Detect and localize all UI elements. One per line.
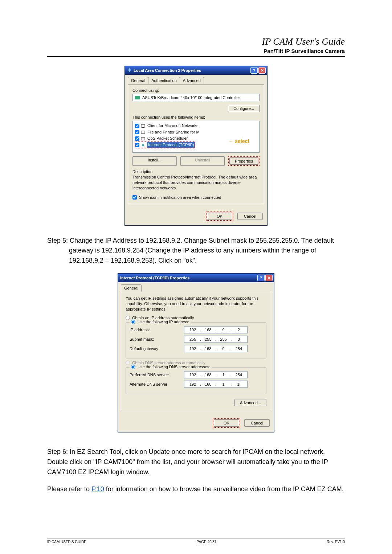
help-button[interactable]: ? <box>250 67 258 74</box>
close-button[interactable]: ✕ <box>258 67 266 74</box>
cancel-button[interactable]: Cancel <box>244 419 270 427</box>
help-button[interactable]: ? <box>257 275 265 281</box>
footer-right: Rev. PV1.0 <box>327 540 345 544</box>
alternate-dns-input[interactable]: 192.168.1.1| <box>184 381 248 388</box>
show-icon-checkbox[interactable] <box>132 195 137 200</box>
install-button[interactable]: Install... <box>132 156 177 166</box>
footer-center: PAGE 49/57 <box>197 540 217 544</box>
doc-subtitle: Pan/Tilt IP Surveillance Camera <box>47 48 345 54</box>
radio-static-ip[interactable] <box>131 320 135 324</box>
info-blurb: You can get IP settings assigned automat… <box>126 296 266 312</box>
description-text: Transmission Control Protocol/Internet P… <box>132 175 260 191</box>
svg-rect-2 <box>141 131 145 134</box>
svg-rect-0 <box>141 124 145 127</box>
tcpip-properties-dialog: Internet Protocol (TCP/IP) Properties ? … <box>118 273 274 432</box>
pdns-label: Preferred DNS server: <box>130 373 184 377</box>
radio-auto-dns <box>126 361 130 365</box>
adns-label: Alternate DNS server: <box>130 382 184 386</box>
tab-authentication[interactable]: Authentication <box>148 77 180 84</box>
item-client[interactable]: Client for Microsoft Networks <box>135 123 257 129</box>
preferred-dns-input[interactable]: 192.168.1.254 <box>184 371 248 378</box>
radio-static-dns[interactable] <box>131 365 135 369</box>
titlebar: Local Area Connection 2 Properties ? ✕ <box>125 66 267 75</box>
item-qos[interactable]: QoS Packet Scheduler <box>135 135 257 142</box>
advanced-button[interactable]: Advanced... <box>234 399 266 406</box>
ok-button[interactable]: OK <box>214 419 239 427</box>
description-label: Description <box>132 169 260 174</box>
close-button[interactable]: ✕ <box>265 275 273 281</box>
p10-link[interactable]: P.10 <box>91 485 104 493</box>
svg-rect-3 <box>141 138 145 140</box>
show-icon-label: Show icon in notification area when conn… <box>139 195 221 200</box>
step5-text: Step 5: Change the IP Address to 192.168… <box>47 236 345 266</box>
tcpip-icon <box>141 143 146 147</box>
doc-title: IP CAM User's Guide <box>47 36 345 47</box>
item-file-sharing[interactable]: File and Printer Sharing for M <box>135 129 257 136</box>
reference-text: Please refer to P.10 for information on … <box>47 484 345 495</box>
svg-rect-1 <box>142 127 144 128</box>
radio-auto-ip[interactable] <box>126 316 130 320</box>
network-icon <box>127 67 132 74</box>
titlebar: Internet Protocol (TCP/IP) Properties ? … <box>118 274 274 282</box>
dialog-title: Internet Protocol (TCP/IP) Properties <box>120 276 257 280</box>
adapter-field: ASUSTeK/Broadcom 440x 10/100 Integrated … <box>132 94 260 101</box>
share-icon <box>141 130 146 134</box>
ok-button[interactable]: OK <box>207 213 232 220</box>
page-footer: IP CAM USER'S GUIDE PAGE 49/57 Rev. PV1.… <box>47 538 345 544</box>
ip-address-input[interactable]: 192.168.9.2 <box>184 326 248 333</box>
lan-properties-dialog: Local Area Connection 2 Properties ? ✕ G… <box>124 66 268 226</box>
gateway-label: Default gateway: <box>130 346 184 351</box>
dialog-title: Local Area Connection 2 Properties <box>134 68 250 73</box>
tab-advanced[interactable]: Advanced <box>180 77 204 84</box>
adapter-name: ASUSTeK/Broadcom 440x 10/100 Integrated … <box>142 95 240 100</box>
tab-general[interactable]: General <box>128 77 148 84</box>
nic-icon <box>135 96 140 99</box>
ip-label: IP address: <box>130 328 184 332</box>
mask-label: Subnet mask: <box>130 337 184 341</box>
configure-button[interactable]: Configure... <box>228 105 260 112</box>
connect-using-label: Connect using: <box>132 88 260 93</box>
cancel-button[interactable]: Cancel <box>237 213 263 220</box>
header-rule <box>47 56 345 57</box>
item-tcpip[interactable]: Internet Protocol (TCP/IP) <box>135 142 195 148</box>
default-gateway-input[interactable]: 192.168.9.254 <box>184 345 248 352</box>
properties-button[interactable]: Properties <box>229 157 258 165</box>
subnet-mask-input[interactable]: 255.255.255.0 <box>184 336 248 343</box>
step6-text: Step 6: In EZ Search Tool, click on Upda… <box>47 447 345 477</box>
uninstall-button: Uninstall <box>180 156 225 166</box>
footer-left: IP CAM USER'S GUIDE <box>47 540 86 544</box>
qos-icon <box>141 136 146 141</box>
items-label: This connection uses the following items… <box>132 115 260 119</box>
tabs: General Authentication Advanced <box>125 75 267 84</box>
items-listbox[interactable]: Client for Microsoft Networks File and P… <box>132 121 260 153</box>
client-icon <box>141 124 146 128</box>
tab-general[interactable]: General <box>121 284 142 292</box>
